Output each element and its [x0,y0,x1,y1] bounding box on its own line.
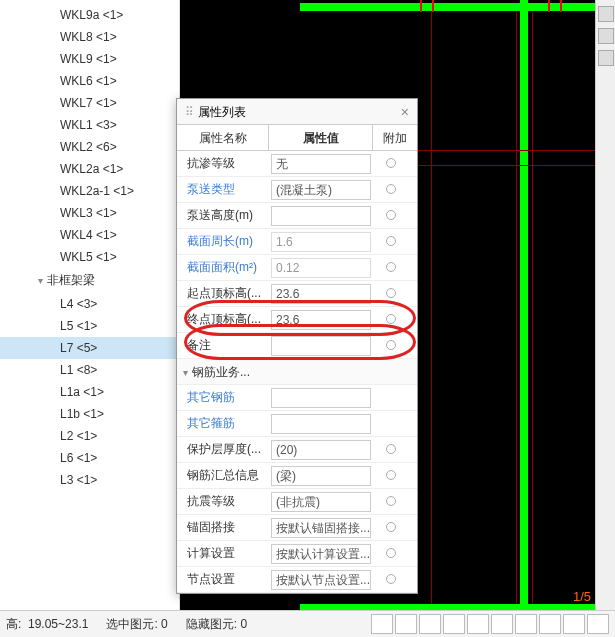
tree-item[interactable]: L1b <1> [0,403,179,425]
tree-item[interactable]: L1 <8> [0,359,179,381]
status-icon[interactable] [515,614,537,634]
tree-item[interactable]: WKL4 <1> [0,224,179,246]
prop-row: 其它箍筋 [177,411,417,437]
prop-name: 起点顶标高(... [177,285,269,302]
prop-value-input[interactable] [271,388,371,408]
canvas-side-toolbar [595,0,615,610]
prop-extra-radio[interactable] [371,261,411,275]
prop-extra-radio[interactable] [371,287,411,301]
prop-name: 终点顶标高(... [177,311,269,328]
prop-row: 抗渗等级无 [177,151,417,177]
tree-item[interactable]: WKL9a <1> [0,4,179,26]
prop-extra-radio[interactable] [371,183,411,197]
prop-name: 其它钢筋 [177,389,269,406]
status-bar: 高: 19.05~23.1 选中图元: 0 隐藏图元: 0 [0,610,615,637]
prop-group-rebar[interactable]: 钢筋业务... [177,359,417,385]
tree-item[interactable]: L4 <3> [0,293,179,315]
tree-item[interactable]: L2 <1> [0,425,179,447]
tree-item[interactable]: WKL2 <6> [0,136,179,158]
header-value: 属性值 [269,125,373,150]
prop-value-input[interactable]: 按默认锚固搭接... [271,518,371,538]
prop-row: 泵送类型(混凝土泵) [177,177,417,203]
tool-icon-2[interactable] [598,28,614,44]
property-header: 属性名称 属性值 附加 [177,125,417,151]
prop-extra-radio[interactable] [371,573,411,587]
prop-extra-radio[interactable] [371,235,411,249]
prop-value-input[interactable] [271,414,371,434]
prop-name: 计算设置 [177,545,269,562]
tree-item[interactable]: WKL5 <1> [0,246,179,268]
prop-value-input[interactable]: 按默认计算设置... [271,544,371,564]
tree-item[interactable]: L6 <1> [0,447,179,469]
status-hidden: 隐藏图元: 0 [186,616,247,633]
prop-extra-radio[interactable] [371,495,411,509]
tree-panel: WKL9a <1>WKL8 <1>WKL9 <1>WKL6 <1>WKL7 <1… [0,0,180,610]
prop-value-input[interactable]: (混凝土泵) [271,180,371,200]
grip-icon: ⠿ [185,99,192,125]
prop-row: 起点顶标高(...23.6 [177,281,417,307]
status-icon[interactable] [491,614,513,634]
status-icon[interactable] [563,614,585,634]
prop-extra-radio[interactable] [371,339,411,353]
tree-item[interactable]: WKL9 <1> [0,48,179,70]
prop-extra-radio[interactable] [371,157,411,171]
prop-value-input[interactable]: (梁) [271,466,371,486]
prop-value-input[interactable] [271,206,371,226]
prop-extra-radio[interactable] [371,521,411,535]
prop-value-input[interactable]: 0.12 [271,258,371,278]
tree-item[interactable]: WKL3 <1> [0,202,179,224]
close-icon[interactable]: × [401,99,409,125]
prop-name: 其它箍筋 [177,415,269,432]
prop-extra-radio[interactable] [371,209,411,223]
prop-name: 保护层厚度(... [177,441,269,458]
prop-row: 计算设置按默认计算设置... [177,541,417,567]
tree-item[interactable]: WKL2a <1> [0,158,179,180]
tool-icon-1[interactable] [598,6,614,22]
prop-value-input[interactable]: (20) [271,440,371,460]
status-elev: 高: 19.05~23.1 [6,616,88,633]
status-icon[interactable] [371,614,393,634]
prop-name: 泵送高度(m) [177,207,269,224]
tree-item[interactable]: L5 <1> [0,315,179,337]
status-icon[interactable] [419,614,441,634]
status-icon[interactable] [467,614,489,634]
tool-icon-3[interactable] [598,50,614,66]
prop-extra-radio[interactable] [371,443,411,457]
prop-name: 截面周长(m) [177,233,269,250]
prop-row: 抗震等级(非抗震) [177,489,417,515]
property-panel-title[interactable]: ⠿ 属性列表 × [177,99,417,125]
prop-value-input[interactable]: 23.6 [271,284,371,304]
tree-item[interactable]: L1a <1> [0,381,179,403]
prop-value-input[interactable] [271,336,371,356]
status-icon[interactable] [587,614,609,634]
header-name: 属性名称 [177,125,269,150]
prop-value-input[interactable]: (非抗震) [271,492,371,512]
prop-value-input[interactable]: 23.6 [271,310,371,330]
prop-name: 抗震等级 [177,493,269,510]
tree-item[interactable]: WKL1 <3> [0,114,179,136]
tree-item[interactable]: WKL2a-1 <1> [0,180,179,202]
prop-value-input[interactable]: 无 [271,154,371,174]
header-extra: 附加 [373,125,417,150]
prop-name: 泵送类型 [177,181,269,198]
tree-item[interactable]: WKL7 <1> [0,92,179,114]
prop-extra-radio[interactable] [371,547,411,561]
tree-item[interactable]: L3 <1> [0,469,179,491]
prop-extra-radio[interactable] [371,313,411,327]
tree-group-nonframe[interactable]: 非框架梁 [0,268,179,293]
status-icon[interactable] [539,614,561,634]
prop-value-input[interactable]: 1.6 [271,232,371,252]
tree-item[interactable]: L7 <5> [0,337,179,359]
status-icon[interactable] [395,614,417,634]
prop-row: 钢筋汇总信息(梁) [177,463,417,489]
prop-value-input[interactable]: 按默认节点设置... [271,570,371,590]
prop-row: 终点顶标高(...23.6 [177,307,417,333]
prop-row: 锚固搭接按默认锚固搭接... [177,515,417,541]
prop-extra-radio[interactable] [371,469,411,483]
status-icon[interactable] [443,614,465,634]
prop-row: 截面周长(m)1.6 [177,229,417,255]
scale-label: 1/5 [573,589,591,604]
tree-item[interactable]: WKL8 <1> [0,26,179,48]
tree-item[interactable]: WKL6 <1> [0,70,179,92]
prop-row: 截面面积(m²)0.12 [177,255,417,281]
